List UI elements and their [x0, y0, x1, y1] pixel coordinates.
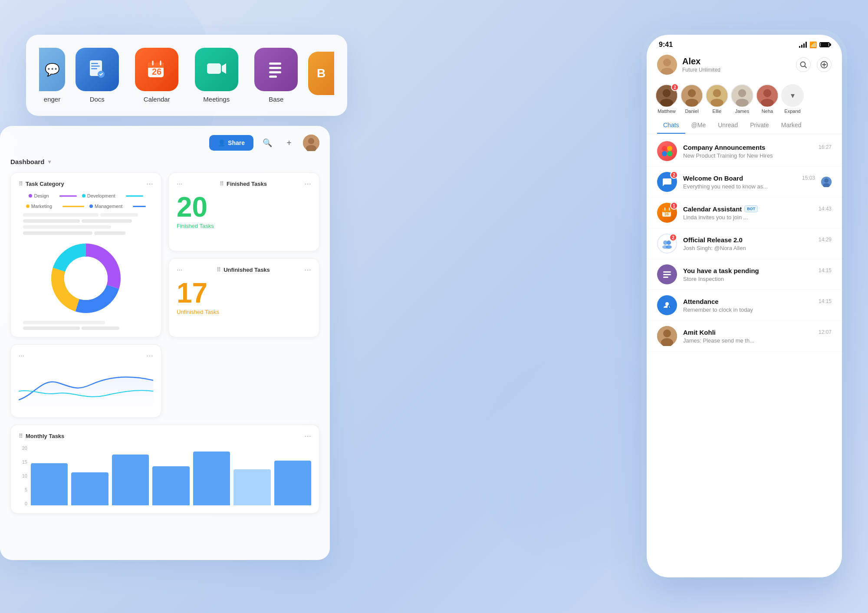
tab-unread[interactable]: Unread [712, 117, 744, 134]
finished-tasks-title: ⠿ Finished Tasks [220, 181, 267, 187]
grid-icon-3: ⠿ [217, 267, 221, 273]
app-icon-meetings[interactable]: Meetings [189, 48, 244, 103]
dashboard-cards: ⋯ ⠿ Finished Tasks ⋯ 20 Finished Tasks ⠿… [10, 172, 319, 514]
dashboard-panel: 👤 Share 🔍 + Dashboard ▼ ⋯ ⠿ [0, 126, 330, 560]
story-matthew[interactable]: 2 Matthew [655, 84, 678, 114]
svg-point-49 [761, 99, 774, 106]
monthly-tasks-more[interactable]: ⋯ [304, 432, 311, 440]
header-actions [796, 57, 832, 72]
line-chart-more[interactable]: ⋯ [146, 352, 153, 360]
chat-tabs: Chats @Me Unread Private Marked [647, 117, 842, 134]
search-button[interactable]: 🔍 [260, 135, 275, 151]
chat-welcome[interactable]: 2 Welcome On Board 15:03 Everything you … [647, 167, 842, 198]
chat-amit-kohli[interactable]: Amit Kohli 12:07 James: Please send me t… [647, 321, 842, 352]
matthew-badge: 2 [671, 83, 679, 91]
story-neha[interactable]: Neha [756, 84, 779, 114]
matthew-name: Matthew [658, 109, 676, 114]
finished-tasks-number: 20 [177, 193, 311, 221]
svg-point-48 [763, 89, 771, 97]
svg-rect-15 [269, 67, 281, 69]
user-text: Alex Future Unlimited [682, 56, 720, 73]
finished-tasks-card: ⋯ ⠿ Finished Tasks ⋯ 20 Finished Tasks [168, 172, 319, 251]
chat-calendar-assistant[interactable]: 26 1 Calendar Assistant BOT 14:43 Linda … [647, 198, 842, 228]
calendar-badge: 1 [670, 202, 678, 210]
attendance-name: Attendance [683, 298, 719, 305]
announcements-preview: New Product Training for New Hires [683, 152, 832, 159]
legend-design: Design [29, 193, 76, 198]
svg-rect-13 [207, 63, 221, 74]
attendance-time: 14:15 [819, 298, 832, 304]
grid-icon-2: ⠿ [19, 181, 23, 187]
chat-attendance[interactable]: Attendance 14:15 Remember to clock in to… [647, 290, 842, 321]
app-icon-extra-partial[interactable]: B [308, 52, 334, 99]
svg-rect-2 [91, 66, 100, 67]
user-avatar[interactable] [303, 135, 319, 151]
app-icon-calendar[interactable]: 26 Calendar [129, 48, 185, 103]
legend-dev: Development [82, 193, 143, 198]
svg-point-36 [663, 89, 671, 97]
svg-rect-66 [663, 271, 671, 273]
task-content: You have a task pending 14:15 Store Insp… [683, 267, 832, 282]
line-chart-svg [19, 365, 153, 409]
welcome-preview: Everything you need to know as... [683, 183, 815, 190]
story-daniel[interactable]: Daniel [681, 84, 703, 114]
story-ellie[interactable]: Ellie [706, 84, 728, 114]
search-action-button[interactable] [796, 57, 811, 72]
story-expand[interactable]: ▾ Expand [781, 84, 804, 114]
release-name: Official Release 2.0 [683, 236, 743, 244]
chat-icon-announcements [657, 141, 677, 161]
attendance-preview: Remember to clock in today [683, 306, 832, 313]
share-button[interactable]: 👤 Share [209, 135, 253, 151]
donut-legend: Design Development Marketing Management [19, 193, 153, 209]
time-display: 9:41 [659, 41, 673, 49]
base-icon [254, 48, 298, 91]
expand-name: Expand [784, 109, 800, 114]
svg-point-45 [738, 89, 746, 97]
app-icon-base[interactable]: Base [249, 48, 304, 103]
dashboard-title: Dashboard ▼ [10, 158, 319, 165]
messenger-label: enger [44, 96, 60, 103]
search-icon: 🔍 [263, 138, 272, 148]
tab-chats[interactable]: Chats [657, 117, 685, 134]
release-time: 14:29 [819, 237, 832, 243]
release-badge: 2 [669, 234, 677, 241]
task-category-more[interactable]: ⋯ [146, 180, 153, 188]
attendance-content: Attendance 14:15 Remember to clock in to… [683, 298, 832, 313]
svg-point-46 [736, 99, 749, 106]
task-name: You have a task pending [683, 267, 759, 274]
docs-label: Docs [90, 96, 105, 103]
finished-tasks-more[interactable]: ⋯ [304, 180, 311, 188]
wifi-icon: 📶 [809, 41, 817, 48]
add-button[interactable]: + [281, 135, 297, 151]
welcome-content: Welcome On Board 15:03 Everything you ne… [683, 175, 815, 190]
unfinished-tasks-more[interactable]: ⋯ [304, 266, 311, 274]
user-company: Future Unlimited [682, 67, 720, 73]
messenger-icon-partial: 💬 [39, 48, 65, 91]
app-icon-messenger-partial[interactable]: 💬 enger [39, 48, 65, 103]
daniel-name: Daniel [685, 109, 698, 114]
calendar-time: 14:43 [819, 206, 832, 212]
amit-preview: James: Please send me th... [683, 337, 832, 344]
story-james[interactable]: James [731, 84, 753, 114]
chat-task-pending[interactable]: You have a task pending 14:15 Store Insp… [647, 259, 842, 290]
tab-me[interactable]: @Me [685, 117, 712, 134]
chat-icon-release: 2 [657, 234, 677, 254]
bar-1 [31, 463, 68, 505]
chat-company-announcements[interactable]: Company Announcements 16:27 New Product … [647, 136, 842, 167]
app-icon-docs[interactable]: Docs [69, 48, 125, 103]
app-icons-row: 💬 enger Docs [39, 48, 334, 103]
tab-marked[interactable]: Marked [775, 117, 808, 134]
bar-7 [274, 461, 311, 506]
release-preview: Josh Singh: @Nora Allen [683, 245, 832, 251]
tab-private[interactable]: Private [744, 117, 775, 134]
svg-point-69 [665, 302, 669, 306]
chat-icon-amit [657, 326, 677, 346]
compose-action-button[interactable] [817, 57, 832, 72]
svg-rect-1 [91, 63, 98, 64]
dropdown-icon: ▼ [47, 159, 52, 165]
chat-official-release[interactable]: 2 Official Release 2.0 14:29 Josh Singh:… [647, 228, 842, 259]
svg-line-31 [805, 66, 807, 68]
bar-6 [233, 469, 270, 505]
expand-icon: ▾ [781, 84, 804, 107]
card-drag-handle-left: ⋯ [177, 181, 182, 187]
